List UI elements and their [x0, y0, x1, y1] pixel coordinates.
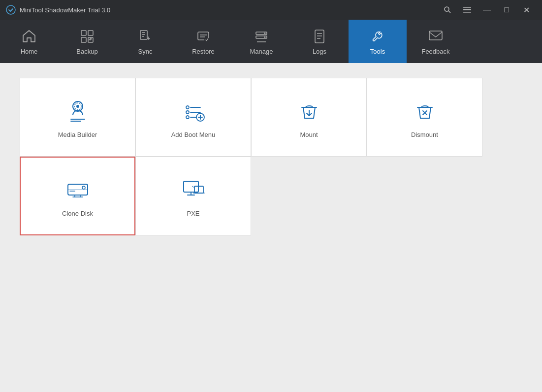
svg-point-26	[186, 116, 189, 119]
nav-item-backup[interactable]: Backup	[58, 20, 116, 63]
tool-label-pxe: PXE	[187, 210, 199, 217]
tool-label-clone-disk: Clone Disk	[62, 210, 93, 217]
app-title: MiniTool ShadowMaker Trial 3.0	[20, 6, 438, 14]
tools-row2: Clone Disk PXE	[20, 157, 482, 235]
svg-rect-10	[140, 31, 147, 39]
nav-item-tools[interactable]: Tools	[349, 20, 407, 63]
svg-rect-3	[463, 7, 471, 8]
search-title-btn[interactable]	[438, 0, 457, 20]
tool-card-pxe[interactable]: PXE	[135, 157, 251, 235]
svg-rect-5	[463, 12, 471, 13]
nav-item-logs[interactable]: Logs	[290, 20, 349, 63]
svg-rect-35	[68, 189, 88, 190]
tool-card-clone-disk[interactable]: Clone Disk	[20, 157, 135, 235]
svg-rect-6	[81, 31, 86, 35]
nav-label-feedback: Feedback	[421, 48, 449, 55]
tool-label-media-builder: Media Builder	[58, 131, 97, 138]
tool-card-mount[interactable]: Mount	[251, 78, 367, 157]
svg-point-16	[264, 36, 266, 38]
tool-label-dismount: Dismount	[411, 131, 438, 138]
nav-item-sync[interactable]: Sync	[116, 20, 174, 63]
svg-rect-7	[88, 31, 93, 35]
nav-item-restore[interactable]: Restore	[174, 20, 232, 63]
svg-rect-17	[315, 30, 324, 43]
nav-label-logs: Logs	[313, 48, 326, 55]
title-bar: MiniTool ShadowMaker Trial 3.0 — □ ✕	[0, 0, 542, 20]
nav-label-manage: Manage	[250, 48, 273, 55]
minimize-btn[interactable]: —	[477, 0, 497, 20]
main-content: Media Builder Add Boot Menu	[0, 63, 542, 392]
window-controls: — □ ✕	[438, 0, 536, 20]
tool-card-dismount[interactable]: Dismount	[367, 78, 482, 157]
tool-label-add-boot-menu: Add Boot Menu	[171, 131, 216, 138]
svg-rect-8	[81, 37, 86, 42]
svg-point-1	[445, 7, 449, 11]
svg-point-20	[76, 105, 79, 108]
tools-row1: Media Builder Add Boot Menu	[20, 78, 482, 157]
svg-rect-18	[429, 31, 442, 40]
nav-item-home[interactable]: Home	[0, 20, 58, 63]
svg-rect-38	[184, 181, 198, 192]
nav-label-restore: Restore	[192, 48, 215, 55]
tool-card-media-builder[interactable]: Media Builder	[20, 78, 135, 157]
svg-point-24	[186, 111, 189, 114]
svg-line-2	[448, 11, 450, 13]
svg-point-15	[264, 33, 266, 34]
nav-item-manage[interactable]: Manage	[232, 20, 290, 63]
nav-label-home: Home	[21, 48, 38, 55]
app-logo	[6, 5, 16, 15]
nav-bar: Home Backup Sync Restore	[0, 20, 542, 63]
hamburger-btn[interactable]	[457, 0, 477, 20]
svg-point-36	[82, 186, 85, 189]
maximize-btn[interactable]: □	[497, 0, 516, 20]
svg-point-0	[6, 5, 15, 14]
tool-card-add-boot-menu[interactable]: Add Boot Menu	[135, 78, 251, 157]
nav-label-backup: Backup	[76, 48, 97, 55]
close-btn[interactable]: ✕	[516, 0, 536, 20]
nav-label-sync: Sync	[138, 48, 153, 55]
nav-label-tools: Tools	[370, 48, 385, 55]
svg-point-22	[186, 106, 189, 109]
svg-rect-4	[463, 9, 471, 10]
tool-label-mount: Mount	[300, 131, 318, 138]
nav-item-feedback[interactable]: Feedback	[407, 20, 465, 63]
